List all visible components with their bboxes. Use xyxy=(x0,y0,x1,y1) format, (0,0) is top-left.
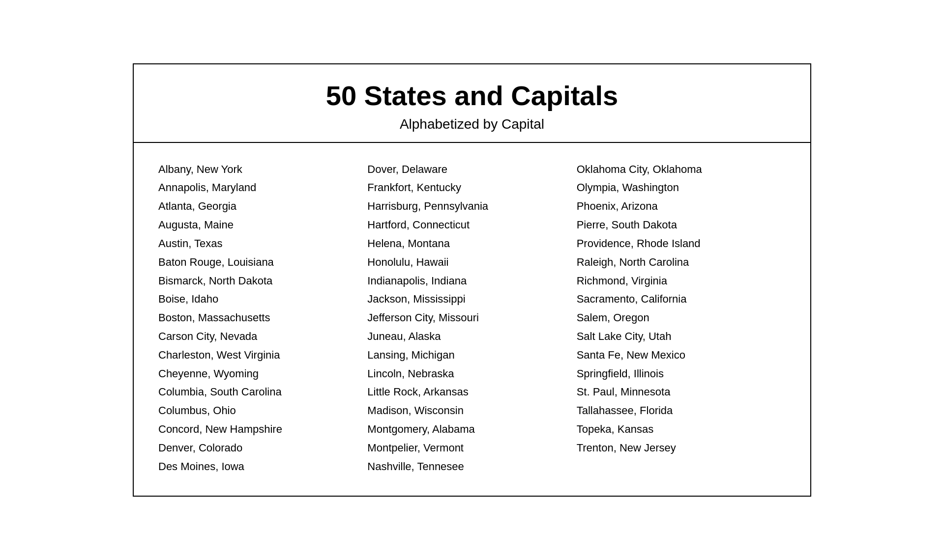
list-item: Montpelier, Vermont xyxy=(367,439,576,457)
list-item: Denver, Colorado xyxy=(158,439,367,457)
list-item: Olympia, Washington xyxy=(577,178,786,197)
list-item: Baton Rouge, Louisiana xyxy=(158,253,367,272)
list-item: Richmond, Virginia xyxy=(577,272,786,290)
subtitle: Alphabetized by Capital xyxy=(144,116,800,132)
list-item: Tallahassee, Florida xyxy=(577,401,786,420)
list-item: Trenton, New Jersey xyxy=(577,439,786,457)
list-item: Boston, Massachusetts xyxy=(158,308,367,327)
list-item: St. Paul, Minnesota xyxy=(577,383,786,401)
header-section: 50 States and Capitals Alphabetized by C… xyxy=(134,64,810,142)
list-item: Des Moines, Iowa xyxy=(158,457,367,476)
list-item: Albany, New York xyxy=(158,160,367,179)
list-item: Dover, Delaware xyxy=(367,160,576,179)
list-item: Austin, Texas xyxy=(158,234,367,253)
list-item: Columbia, South Carolina xyxy=(158,383,367,401)
list-item: Little Rock, Arkansas xyxy=(367,383,576,401)
list-item: Providence, Rhode Island xyxy=(577,234,786,253)
list-item: Madison, Wisconsin xyxy=(367,401,576,420)
list-item: Concord, New Hampshire xyxy=(158,420,367,439)
list-item: Bismarck, North Dakota xyxy=(158,272,367,290)
list-item: Indianapolis, Indiana xyxy=(367,272,576,290)
list-item: Columbus, Ohio xyxy=(158,401,367,420)
list-item: Lansing, Michigan xyxy=(367,346,576,364)
list-item: Sacramento, California xyxy=(577,290,786,308)
list-item: Nashville, Tennesee xyxy=(367,457,576,476)
list-item: Helena, Montana xyxy=(367,234,576,253)
list-item: Topeka, Kansas xyxy=(577,420,786,439)
column-2: Dover, DelawareFrankfort, KentuckyHarris… xyxy=(367,160,576,476)
list-item: Annapolis, Maryland xyxy=(158,178,367,197)
list-item: Lincoln, Nebraska xyxy=(367,364,576,383)
list-item: Boise, Idaho xyxy=(158,290,367,308)
list-item: Montgomery, Alabama xyxy=(367,420,576,439)
list-item: Salt Lake City, Utah xyxy=(577,327,786,346)
list-item: Jefferson City, Missouri xyxy=(367,308,576,327)
list-item: Salem, Oregon xyxy=(577,308,786,327)
list-item: Santa Fe, New Mexico xyxy=(577,346,786,364)
list-item: Hartford, Connecticut xyxy=(367,216,576,234)
list-item: Jackson, Mississippi xyxy=(367,290,576,308)
main-container: 50 States and Capitals Alphabetized by C… xyxy=(133,63,811,496)
column-3: Oklahoma City, OklahomaOlympia, Washingt… xyxy=(577,160,786,476)
list-item: Charleston, West Virginia xyxy=(158,346,367,364)
list-item: Juneau, Alaska xyxy=(367,327,576,346)
column-1: Albany, New YorkAnnapolis, MarylandAtlan… xyxy=(158,160,367,476)
list-item: Frankfort, Kentucky xyxy=(367,178,576,197)
main-title: 50 States and Capitals xyxy=(144,79,800,112)
list-item: Harrisburg, Pennsylvania xyxy=(367,197,576,216)
list-item: Pierre, South Dakota xyxy=(577,216,786,234)
list-item: Atlanta, Georgia xyxy=(158,197,367,216)
list-item: Phoenix, Arizona xyxy=(577,197,786,216)
list-item: Honolulu, Hawaii xyxy=(367,253,576,272)
list-item: Raleigh, North Carolina xyxy=(577,253,786,272)
list-item: Springfield, Illinois xyxy=(577,364,786,383)
list-item: Oklahoma City, Oklahoma xyxy=(577,160,786,179)
content-section: Albany, New YorkAnnapolis, MarylandAtlan… xyxy=(134,143,810,496)
list-item: Cheyenne, Wyoming xyxy=(158,364,367,383)
list-item: Augusta, Maine xyxy=(158,216,367,234)
list-item: Carson City, Nevada xyxy=(158,327,367,346)
